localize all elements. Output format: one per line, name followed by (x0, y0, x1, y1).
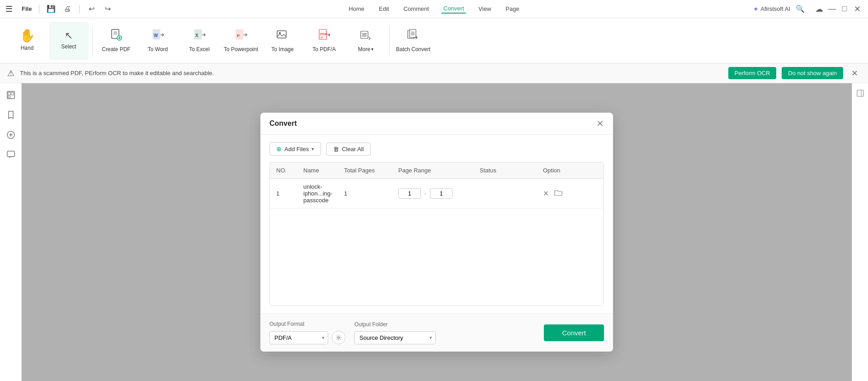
do-not-show-again-button[interactable]: Do not show again (782, 67, 843, 79)
sidebar-comment-icon[interactable] (3, 147, 19, 163)
col-status: Status (480, 167, 543, 174)
right-sidebar (852, 83, 868, 381)
hand-tool-button[interactable]: ✋ Hand (7, 22, 47, 60)
row-name: unlock-iphon...ing-passcode (303, 183, 344, 204)
convert-button[interactable]: Convert (544, 324, 604, 341)
close-window-button[interactable]: ✕ (852, 4, 863, 14)
batch-convert-button[interactable]: Batch Convert (393, 22, 433, 60)
main-area: Convert ✕ ⊕ Add Files ▾ 🗑 Clea (0, 83, 868, 381)
toolbar-separator-2 (389, 27, 390, 54)
maximize-button[interactable]: □ (839, 4, 850, 14)
svg-point-39 (338, 337, 340, 338)
svg-rect-33 (11, 92, 14, 95)
col-page-range: Page Range (398, 167, 480, 174)
to-powerpoint-button[interactable]: P To Powerpoint (221, 22, 261, 60)
content-area: Convert ✕ ⊕ Add Files ▾ 🗑 Clea (22, 83, 852, 381)
minimize-button[interactable]: — (826, 4, 837, 14)
sidebar-bookmark-icon[interactable] (3, 107, 19, 123)
table-header: NO. Name Total Pages Page Range Status O… (270, 162, 604, 179)
page-range-inputs: - (398, 188, 480, 199)
svg-rect-40 (857, 90, 863, 96)
modal-close-button[interactable]: ✕ (596, 119, 604, 128)
nav-convert[interactable]: Convert (442, 4, 466, 14)
format-select-wrapper: PDF/A ▾ (269, 331, 328, 344)
to-word-icon: W (151, 29, 164, 43)
search-icon[interactable]: 🔍 (796, 5, 805, 13)
file-button[interactable]: File (18, 5, 35, 13)
batch-convert-icon (407, 29, 420, 43)
to-powerpoint-icon: P (235, 29, 247, 43)
to-excel-button[interactable]: X To Excel (179, 22, 219, 60)
add-files-chevron-icon: ▾ (311, 146, 314, 152)
svg-rect-38 (7, 151, 14, 157)
to-excel-label: To Excel (189, 46, 209, 52)
modal-title: Convert (269, 119, 297, 128)
clear-all-button[interactable]: 🗑 Clear All (326, 143, 370, 156)
to-pdfa-icon: PDF /A (318, 29, 330, 43)
titlebar: ☰ File 💾 🖨 ↩ ↪ Home Edit Comment Convert… (0, 0, 868, 18)
page-from-input[interactable] (398, 188, 421, 199)
page-to-input[interactable] (430, 188, 453, 199)
ocr-banner-close-button[interactable]: ✕ (849, 67, 861, 79)
perform-ocr-button[interactable]: Perform OCR (728, 67, 777, 79)
open-folder-icon[interactable] (554, 189, 562, 198)
hand-icon: ✋ (19, 29, 35, 42)
main-nav: Home Edit Comment Convert View Page (347, 4, 521, 14)
create-pdf-button[interactable]: Create PDF (96, 22, 136, 60)
output-format-row: PDF/A ▾ (269, 331, 345, 344)
select-tool-label: Select (61, 43, 76, 50)
ai-button[interactable]: ✦ Afirstsoft AI (753, 5, 790, 13)
svg-rect-34 (8, 96, 10, 98)
more-button[interactable]: More▾ (346, 22, 386, 60)
nav-edit[interactable]: Edit (377, 5, 391, 13)
save-icon[interactable]: 💾 (45, 3, 57, 15)
row-no: 1 (276, 190, 303, 197)
svg-text:P: P (237, 33, 240, 38)
ocr-banner: ⚠ This is a scammed PDF, PErform OCR to … (0, 63, 868, 83)
to-pdfa-button[interactable]: PDF /A To PDF/A (304, 22, 344, 60)
modal-footer: Output Format PDF/A ▾ (260, 313, 613, 352)
create-pdf-label: Create PDF (102, 46, 130, 52)
sidebar-add-icon[interactable] (3, 127, 19, 143)
select-tool-button[interactable]: ↖ Select (49, 22, 89, 60)
menu-icon[interactable]: ☰ (5, 4, 13, 14)
output-folder-select[interactable]: Source Directory (354, 331, 436, 344)
toolbar-separator (39, 5, 39, 14)
add-files-label: Add Files (284, 146, 309, 152)
nav-page[interactable]: Page (504, 5, 521, 13)
ai-label: Afirstsoft AI (760, 5, 790, 12)
clear-all-label: Clear All (342, 146, 363, 152)
batch-convert-label: Batch Convert (396, 46, 430, 52)
to-word-label: To Word (148, 46, 168, 52)
ocr-warning-icon: ⚠ (7, 68, 14, 78)
add-files-plus-icon: ⊕ (276, 145, 282, 152)
to-word-button[interactable]: W To Word (138, 22, 178, 60)
page-range-separator: - (425, 190, 426, 197)
output-format-label: Output Format (269, 321, 345, 327)
redo-icon[interactable]: ↪ (101, 3, 114, 15)
nav-comment[interactable]: Comment (401, 5, 430, 13)
to-pdfa-label: To PDF/A (312, 46, 335, 52)
convert-modal: Convert ✕ ⊕ Add Files ▾ 🗑 Clea (260, 113, 613, 352)
nav-view[interactable]: View (476, 5, 493, 13)
add-files-button[interactable]: ⊕ Add Files ▾ (269, 142, 321, 156)
right-sidebar-panel-icon[interactable] (854, 87, 867, 100)
sidebar-thumbnail-icon[interactable] (3, 87, 19, 103)
titlebar-right: ✦ Afirstsoft AI 🔍 ☁ — □ ✕ (753, 4, 863, 14)
svg-text:X: X (195, 33, 198, 38)
table-row: 1 unlock-iphon...ing-passcode 1 - (270, 179, 604, 209)
toolbar: ✋ Hand ↖ Select Create PDF W (0, 18, 868, 63)
to-image-button[interactable]: To Image (263, 22, 302, 60)
undo-icon[interactable]: ↩ (85, 3, 98, 15)
print-icon[interactable]: 🖨 (61, 3, 74, 15)
output-format-select[interactable]: PDF/A (269, 331, 328, 344)
col-option: Option (543, 167, 597, 174)
titlebar-icons: 💾 🖨 ↩ ↪ (37, 3, 114, 15)
titlebar-menu: ☰ File 💾 🖨 ↩ ↪ (5, 3, 114, 15)
to-image-label: To Image (271, 46, 293, 52)
nav-home[interactable]: Home (347, 5, 366, 13)
delete-row-icon[interactable]: ✕ (543, 189, 549, 198)
cloud-button[interactable]: ☁ (814, 4, 825, 14)
format-settings-button[interactable] (332, 331, 345, 344)
modal-body: ⊕ Add Files ▾ 🗑 Clear All NO. (260, 135, 613, 313)
